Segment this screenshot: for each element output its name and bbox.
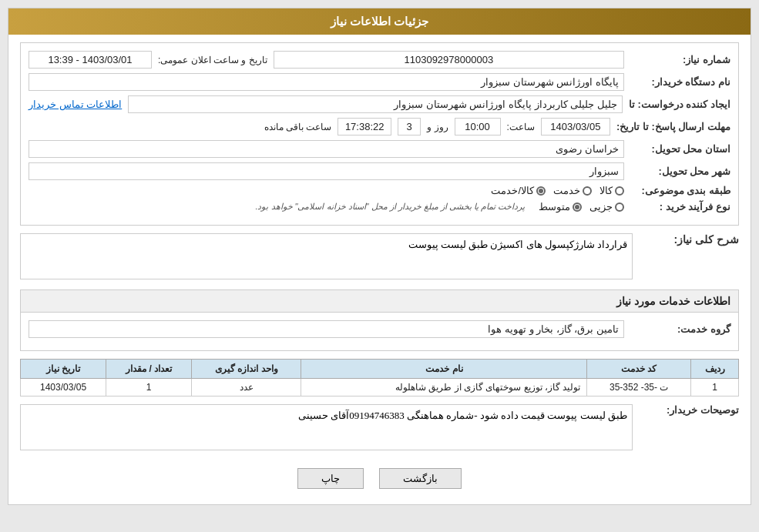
- radio-kala-khadamat[interactable]: کالا/خدمت: [491, 185, 546, 196]
- th-tarikh: تاریخ نیاز: [21, 360, 106, 379]
- radio-motavaset-label: متوسط: [539, 201, 570, 212]
- label-sharh-koli: شرح کلی نیاز:: [639, 233, 739, 246]
- value-mohlat-saat: 10:00: [455, 118, 501, 136]
- radio-kala-khadamat-circle: [536, 186, 546, 196]
- row-shomare-tarikh: شماره نیاز: 1103092978000003 تاریخ و ساع…: [29, 51, 730, 69]
- radio-kala-khadamat-label: کالا/خدمت: [491, 185, 534, 196]
- value-shomare-niaz: 1103092978000003: [274, 51, 624, 69]
- radio-khadamat[interactable]: خدمت: [553, 185, 592, 196]
- radio-kala-circle: [615, 186, 624, 196]
- td-vahed: عدد: [192, 379, 301, 396]
- value-ostan: خراسان رضوی: [29, 140, 624, 158]
- khadamat-table: ردیف کد خدمت نام خدمت واحد اندازه گیری ت…: [20, 359, 739, 396]
- khadamat-title: اطلاعات خدمات مورد نیاز: [20, 289, 739, 312]
- header-title: جزئیات اطلاعات نیاز: [331, 15, 428, 28]
- label-ijad: ایجاد کننده درخواست: تا: [629, 99, 730, 110]
- textarea-tawsif[interactable]: طبق لیست پیوست قیمت داده شود -شماره هماه…: [20, 404, 633, 450]
- row-sharh-koli: شرح کلی نیاز: قرارداد شارژکپسول های اکسی…: [20, 233, 739, 282]
- value-shahr: سبزوار: [29, 162, 624, 180]
- row-tabaqe: طبقه بندی موضوعی: کالا خدمت کالا/خدمت: [29, 185, 730, 196]
- row-ijad: ایجاد کننده درخواست: تا جلیل جلیلی کاربر…: [29, 95, 730, 113]
- noe-farayand-note: پرداخت تمام یا بخشی از مبلغ خریدار از مح…: [255, 202, 525, 212]
- info-section-top: شماره نیاز: 1103092978000003 تاریخ و ساع…: [20, 42, 739, 226]
- value-nam-dastgah: پایگاه اورژانس شهرستان سبزوار: [29, 73, 624, 91]
- radio-jozii-circle: [615, 202, 624, 212]
- label-tawsif: توصیحات خریدار:: [639, 404, 739, 416]
- radio-khadamat-circle: [583, 186, 592, 196]
- value-mohlat-date: 1403/03/05: [541, 118, 610, 136]
- row-ostan: استان محل تحویل: خراسان رضوی: [29, 140, 730, 158]
- radio-khadamat-label: خدمت: [553, 185, 580, 196]
- td-tedad: 1: [106, 379, 192, 396]
- main-card: جزئیات اطلاعات نیاز شماره نیاز: 11030929…: [8, 8, 751, 505]
- th-vahed: واحد اندازه گیری: [192, 360, 301, 379]
- row-namdastgah: نام دستگاه خریدار: پایگاه اورژانس شهرستا…: [29, 73, 730, 91]
- td-tarikh: 1403/03/05: [21, 379, 106, 396]
- label-nam-dastgah: نام دستگاه خریدار:: [630, 76, 730, 88]
- label-tarikh: تاریخ و ساعت اعلان عمومی:: [158, 55, 267, 65]
- link-ijad-contact[interactable]: اطلاعات تماس خریدار: [29, 99, 122, 110]
- textarea-sharh-koli-container: قرارداد شارژکپسول های اکسیژن طبق لیست پی…: [20, 233, 633, 282]
- textarea-tawsif-container: طبق لیست پیوست قیمت داده شود -شماره هماه…: [20, 404, 633, 453]
- page-wrapper: جزئیات اطلاعات نیاز شماره نیاز: 11030929…: [0, 0, 759, 513]
- label-noe-farayand: نوع فرآیند خرید :: [630, 201, 730, 212]
- row-mohlat: مهلت ارسال پاسخ: تا تاریخ: 1403/03/05 سا…: [29, 118, 730, 136]
- td-radif: 1: [691, 379, 739, 396]
- btn-bazgasht[interactable]: بازگشت: [379, 468, 462, 489]
- header-bar: جزئیات اطلاعات نیاز: [8, 8, 751, 35]
- radio-noe-farayand: جزیی متوسط: [539, 201, 624, 212]
- radio-motavaset[interactable]: متوسط: [539, 201, 582, 212]
- value-mohlat-baqi: 17:38:22: [338, 118, 391, 136]
- row-grohe-khadamat: گروه خدمت: تامین برق، گاز، بخار و تهویه …: [29, 320, 730, 338]
- td-kod: ت -35- 352-35: [587, 379, 691, 396]
- label-mohlat-baqi: ساعت باقی مانده: [264, 122, 332, 132]
- label-mohlat: مهلت ارسال پاسخ: تا تاریخ:: [616, 121, 730, 132]
- radio-tabaqe: کالا خدمت کالا/خدمت: [491, 185, 624, 196]
- table-row: 1 ت -35- 352-35 تولید گاز، توزیع سوختهای…: [21, 379, 739, 396]
- row-shahr: شهر محل تحویل: سبزوار: [29, 162, 730, 180]
- table-body: 1 ت -35- 352-35 تولید گاز، توزیع سوختهای…: [21, 379, 739, 396]
- label-shahr: شهر محل تحویل:: [630, 166, 730, 177]
- row-noe-farayand: نوع فرآیند خرید : جزیی متوسط پرداخت تمام…: [29, 201, 730, 212]
- td-nam: تولید گاز، توزیع سوختهای گازی از طریق شا…: [301, 379, 587, 396]
- th-radif: ردیف: [691, 360, 739, 379]
- radio-motavaset-circle: [573, 202, 582, 212]
- th-kod: کد خدمت: [587, 360, 691, 379]
- row-tawsif: توصیحات خریدار: طبق لیست پیوست قیمت داده…: [20, 404, 739, 453]
- th-nam: نام خدمت: [301, 360, 587, 379]
- value-tarikh: 1403/03/01 - 13:39: [29, 51, 152, 69]
- value-ijad: جلیل جلیلی کاربرداز پایگاه اورژانس شهرست…: [128, 95, 623, 113]
- label-ostan: استان محل تحویل:: [630, 143, 730, 155]
- label-mohlat-roz: روز و: [427, 122, 448, 132]
- content-area: شماره نیاز: 1103092978000003 تاریخ و ساع…: [8, 35, 751, 504]
- label-tabaqe: طبقه بندی موضوعی:: [630, 185, 730, 196]
- label-mohlat-saat: ساعت:: [507, 122, 535, 132]
- table-section: ردیف کد خدمت نام خدمت واحد اندازه گیری ت…: [20, 359, 739, 396]
- info-section-khadamat: گروه خدمت: تامین برق، گاز، بخار و تهویه …: [20, 312, 739, 351]
- table-header-row: ردیف کد خدمت نام خدمت واحد اندازه گیری ت…: [21, 360, 739, 379]
- value-mohlat-roz: 3: [398, 118, 421, 136]
- radio-jozii[interactable]: جزیی: [589, 201, 624, 212]
- buttons-row: بازگشت چاپ: [20, 460, 739, 497]
- th-tedad: تعداد / مقدار: [106, 360, 192, 379]
- radio-jozii-label: جزیی: [589, 201, 613, 212]
- btn-chap[interactable]: چاپ: [297, 468, 364, 489]
- radio-kala[interactable]: کالا: [599, 185, 624, 196]
- radio-kala-label: کالا: [599, 185, 613, 196]
- label-grohe-khadamat: گروه خدمت:: [630, 323, 730, 335]
- value-grohe-khadamat: تامین برق، گاز، بخار و تهویه هوا: [29, 320, 624, 338]
- label-shomare-niaz: شماره نیاز:: [630, 54, 730, 65]
- textarea-sharh-koli[interactable]: قرارداد شارژکپسول های اکسیژن طبق لیست پی…: [20, 233, 633, 279]
